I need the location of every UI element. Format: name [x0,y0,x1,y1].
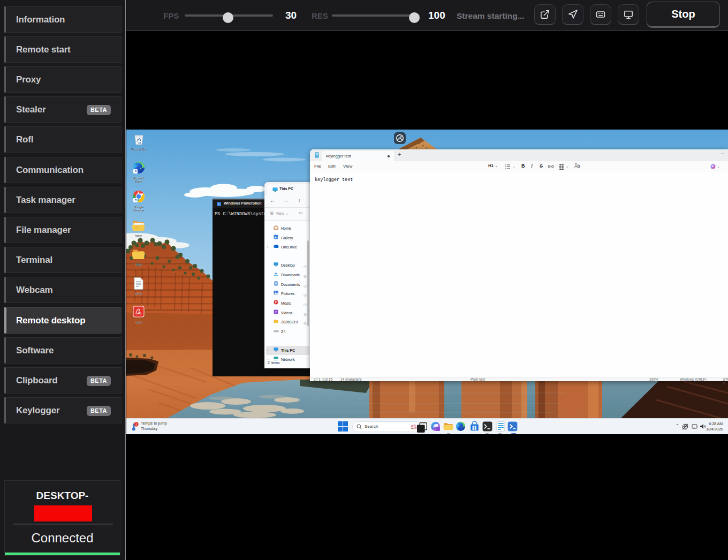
svg-text:!: ! [136,423,137,426]
